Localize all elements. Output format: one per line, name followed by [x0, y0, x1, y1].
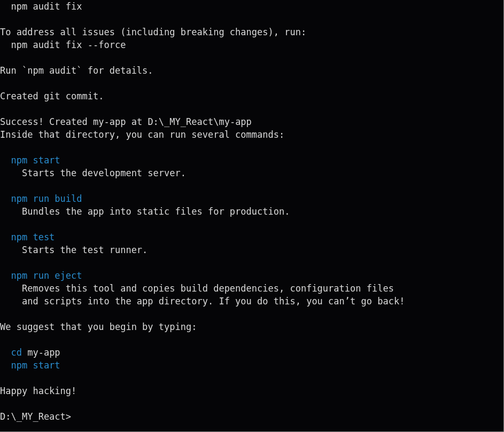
output-line: Happy hacking!	[0, 386, 76, 396]
cmd-npm-test: npm test	[11, 232, 55, 242]
output-line: npm audit fix --force	[11, 40, 126, 50]
output-line: We suggest that you begin by typing:	[0, 321, 197, 332]
output-line: Starts the test runner.	[22, 245, 148, 255]
output-line: Starts the development server.	[22, 168, 186, 178]
cmd-cd: cd	[11, 347, 27, 358]
cmd-npm-run-build: npm run build	[11, 193, 82, 204]
output-line: To address all issues (including breakin…	[0, 27, 306, 37]
output-line: and scripts into the app directory. If y…	[22, 296, 405, 307]
output-line: npm audit fix	[11, 1, 82, 12]
cmd-npm-start-final: npm start	[11, 360, 60, 371]
cmd-npm-start: npm start	[11, 155, 60, 166]
success-line: Success! Created my-app at D:\_MY_React\…	[0, 116, 252, 127]
output-line: Removes this tool and copies build depen…	[22, 283, 394, 294]
terminal-output[interactable]: npm audit fix To address all issues (inc…	[0, 0, 503, 423]
prompt: D:\_MY_React>	[0, 411, 71, 422]
cd-arg: my-app	[27, 347, 60, 358]
cursor-icon[interactable]	[71, 411, 76, 421]
output-line: Created git commit.	[0, 91, 104, 101]
output-line: Inside that directory, you can run sever…	[0, 129, 284, 140]
output-line: Run `npm audit` for details.	[0, 65, 153, 76]
output-line: Bundles the app into static files for pr…	[22, 206, 290, 217]
cmd-npm-run-eject: npm run eject	[11, 270, 82, 281]
